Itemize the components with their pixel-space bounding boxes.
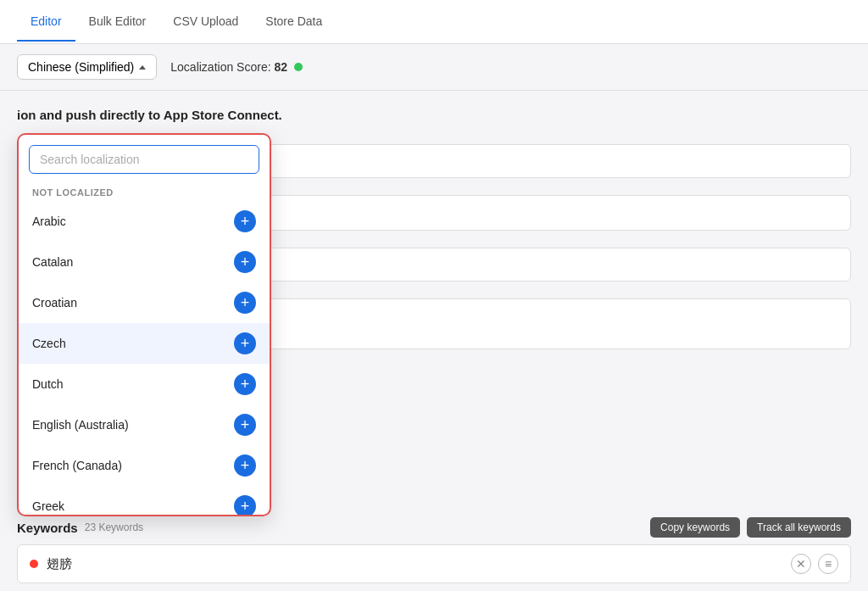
add-language-button[interactable]: + [234, 454, 256, 477]
language-list-item[interactable]: English (Australia)+ [19, 404, 270, 445]
keyword-icons: ✕ ≡ [791, 554, 838, 574]
top-navigation: Editor Bulk Editor CSV Upload Store Data [0, 0, 868, 44]
language-list-item[interactable]: Dutch+ [19, 364, 270, 404]
toolbar: Chinese (Simplified) Localization Score:… [0, 44, 868, 91]
add-language-button[interactable]: + [234, 373, 256, 395]
copy-keywords-button[interactable]: Copy keywords [650, 517, 740, 538]
language-name: Dutch [32, 377, 64, 391]
language-name: Arabic [32, 215, 66, 228]
track-all-keywords-button[interactable]: Track all keywords [747, 517, 851, 538]
score-status-dot [294, 63, 303, 71]
add-language-button[interactable]: + [234, 292, 256, 314]
keyword-status-dot [30, 560, 38, 568]
language-dropdown: NOT LOCALIZED Arabic+Catalan+Croatian+Cz… [17, 133, 271, 516]
chevron-up-icon [139, 65, 146, 70]
add-language-button[interactable]: + [234, 251, 256, 273]
keywords-count: 23 Keywords [85, 521, 143, 533]
keyword-row: 翅膀 ✕ ≡ [17, 544, 851, 583]
language-name: Czech [32, 337, 66, 350]
keywords-label: Keywords [17, 521, 78, 535]
score-value: 82 [274, 60, 287, 74]
keywords-actions: Copy keywords Track all keywords [650, 517, 851, 538]
language-name: Catalan [32, 255, 73, 269]
language-list: Arabic+Catalan+Croatian+Czech+Dutch+Engl… [19, 201, 270, 515]
add-language-button[interactable]: + [234, 495, 256, 515]
description-text: ion and push directly to App Store Conne… [17, 108, 851, 122]
language-label: Chinese (Simplified) [28, 60, 134, 74]
reorder-keyword-button[interactable]: ≡ [818, 554, 838, 574]
keyword-text: 翅膀 [47, 556, 782, 572]
tab-store-data[interactable]: Store Data [252, 3, 336, 42]
language-list-item[interactable]: Czech+ [19, 323, 270, 364]
language-list-item[interactable]: French (Canada)+ [19, 445, 270, 486]
language-name: French (Canada) [32, 459, 122, 472]
language-list-item[interactable]: Arabic+ [19, 201, 270, 242]
search-input[interactable] [29, 145, 259, 174]
add-language-button[interactable]: + [234, 414, 256, 436]
add-language-button[interactable]: + [234, 332, 256, 354]
localization-score: Localization Score: 82 [170, 60, 303, 74]
keywords-header: Keywords 23 Keywords Copy keywords Track… [17, 517, 851, 538]
language-name: Greek [32, 499, 64, 513]
tab-editor[interactable]: Editor [17, 3, 75, 42]
not-localized-label: NOT LOCALIZED [19, 181, 270, 201]
language-list-item[interactable]: Catalan+ [19, 242, 270, 282]
score-label: Localization Score: [170, 60, 270, 74]
tab-bulk-editor[interactable]: Bulk Editor [75, 3, 160, 42]
keywords-title: Keywords 23 Keywords [17, 521, 143, 535]
language-name: English (Australia) [32, 418, 129, 432]
remove-keyword-button[interactable]: ✕ [791, 554, 811, 574]
language-selector-button[interactable]: Chinese (Simplified) [17, 54, 157, 80]
dropdown-search-area [19, 135, 270, 181]
language-name: Croatian [32, 296, 77, 309]
language-list-item[interactable]: Greek+ [19, 486, 270, 515]
tab-csv-upload[interactable]: CSV Upload [159, 3, 252, 42]
language-list-item[interactable]: Croatian+ [19, 282, 270, 323]
add-language-button[interactable]: + [234, 210, 256, 232]
